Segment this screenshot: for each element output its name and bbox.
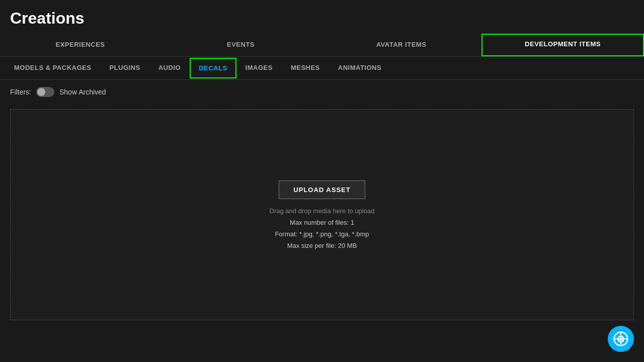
tab-avatar-items[interactable]: AVATAR ITEMS [321,34,481,56]
show-archived-toggle[interactable] [36,87,54,97]
max-size-info: Max size per file: 20 MB [287,242,357,249]
upload-asset-button[interactable]: UPLOAD ASSET [279,180,365,199]
tab-meshes[interactable]: MESHES [282,57,329,79]
filters-label: Filters: [10,88,31,96]
tab-images[interactable]: IMAGES [236,57,282,79]
tab-events[interactable]: EVENTS [160,34,321,56]
second-nav: MODELS & PACKAGES PLUGINS AUDIO DECALS I… [0,57,644,80]
format-info: Format: *.jpg, *.png, *.tga, *.bmp [275,230,369,238]
filters-bar: Filters: Show Archived [0,80,644,104]
tab-audio[interactable]: AUDIO [149,57,190,79]
tab-decals[interactable]: DECALS [190,58,236,78]
tab-models[interactable]: MODELS & PACKAGES [5,57,100,79]
page-title: Creations [0,0,644,34]
tab-animations[interactable]: ANIMATIONS [329,57,390,79]
help-icon[interactable]: G [608,326,634,352]
max-files-info: Max number of files: 1 [290,219,354,226]
upload-drop-zone[interactable]: UPLOAD ASSET Drag and drop media here to… [10,109,634,320]
tab-development-items[interactable]: DEVELOPMENT ITEMS [481,34,644,56]
tab-plugins[interactable]: PLUGINS [100,57,149,79]
drag-hint: Drag and drop media here to upload [270,207,375,215]
top-nav: EXPERIENCES EVENTS AVATAR ITEMS DEVELOPM… [0,34,644,57]
tab-experiences[interactable]: EXPERIENCES [0,34,160,56]
show-archived-label: Show Archived [59,88,106,96]
